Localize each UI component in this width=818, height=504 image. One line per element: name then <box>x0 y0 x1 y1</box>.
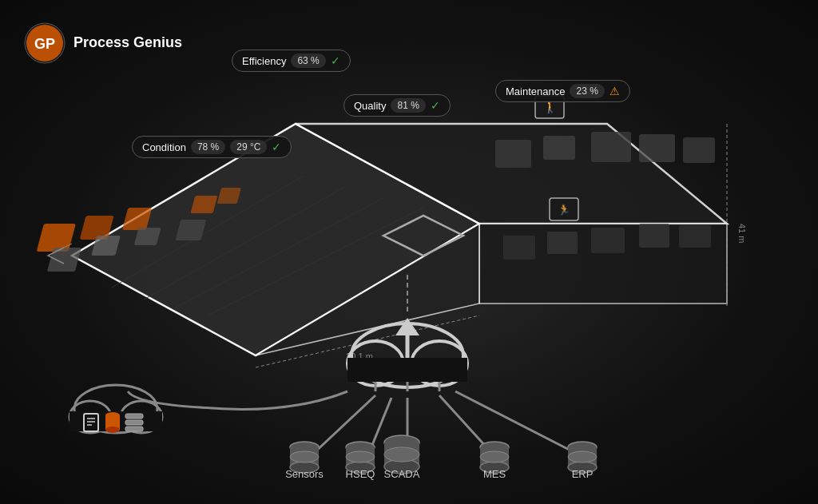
svg-rect-12 <box>37 224 76 252</box>
svg-rect-21 <box>495 140 531 168</box>
svg-line-8 <box>112 176 304 288</box>
svg-point-80 <box>384 459 419 474</box>
logo-area: GP Process Genius <box>24 22 182 64</box>
svg-rect-17 <box>134 228 161 245</box>
svg-marker-5 <box>296 124 727 224</box>
svg-line-10 <box>176 198 383 308</box>
svg-point-56 <box>69 401 111 433</box>
efficiency-label: Efficiency <box>242 55 286 67</box>
svg-text:41 m: 41 m <box>737 224 747 243</box>
svg-rect-14 <box>122 208 153 230</box>
svg-line-40 <box>48 244 72 256</box>
quality-badge: Quality 81 % ✓ <box>343 94 451 117</box>
svg-text:HSEQ: HSEQ <box>346 468 375 480</box>
svg-point-84 <box>480 462 509 473</box>
svg-point-85 <box>480 451 509 462</box>
svg-rect-26 <box>503 236 535 260</box>
svg-text:Sensors: Sensors <box>285 468 324 480</box>
svg-point-73 <box>290 451 319 462</box>
svg-rect-27 <box>547 232 578 254</box>
maintenance-status-icon: ⚠ <box>610 85 620 97</box>
svg-rect-64 <box>105 415 120 430</box>
quality-status-icon: ✓ <box>431 99 440 112</box>
app-name: Process Genius <box>73 34 182 52</box>
svg-rect-87 <box>568 447 597 467</box>
svg-point-55 <box>74 385 157 433</box>
svg-point-63 <box>105 412 120 419</box>
svg-rect-18 <box>175 220 206 240</box>
condition-temp: 29 °C <box>230 140 267 154</box>
svg-point-42 <box>347 341 403 386</box>
svg-text:🏃: 🏃 <box>558 203 571 216</box>
svg-point-65 <box>105 427 120 433</box>
condition-label: Condition <box>142 141 186 153</box>
svg-rect-34 <box>550 198 578 220</box>
svg-point-41 <box>351 323 463 387</box>
svg-line-54 <box>455 391 583 457</box>
svg-marker-7 <box>256 224 479 355</box>
svg-point-43 <box>411 341 467 386</box>
svg-rect-30 <box>679 225 711 248</box>
svg-point-89 <box>568 451 597 462</box>
svg-rect-79 <box>384 442 419 466</box>
svg-text:MES: MES <box>483 468 506 480</box>
svg-rect-25 <box>683 137 715 163</box>
svg-rect-16 <box>91 236 121 256</box>
svg-text:20.1 m: 20.1 m <box>346 351 373 361</box>
svg-text:🚶: 🚶 <box>543 101 558 114</box>
svg-rect-68 <box>125 420 143 425</box>
svg-point-81 <box>384 447 419 462</box>
svg-rect-28 <box>591 228 625 253</box>
quality-value: 81 % <box>391 98 425 113</box>
svg-rect-44 <box>347 358 467 382</box>
svg-point-78 <box>384 435 419 450</box>
svg-line-50 <box>312 395 375 455</box>
condition-status-icon: ✓ <box>272 141 281 153</box>
svg-line-36 <box>256 315 479 367</box>
svg-marker-6 <box>479 224 727 304</box>
svg-point-76 <box>346 462 375 473</box>
svg-rect-20 <box>217 188 241 204</box>
svg-rect-59 <box>84 414 98 431</box>
svg-point-77 <box>346 451 375 462</box>
svg-rect-83 <box>480 447 509 467</box>
svg-rect-69 <box>125 427 143 431</box>
svg-text:ERP: ERP <box>572 468 594 480</box>
condition-value: 78 % <box>191 140 225 154</box>
condition-badge: Condition 78 % 29 °C ✓ <box>132 136 292 158</box>
svg-rect-67 <box>125 414 143 419</box>
svg-point-57 <box>121 401 162 433</box>
svg-rect-23 <box>591 132 631 162</box>
svg-rect-22 <box>543 136 575 160</box>
svg-rect-24 <box>639 134 675 162</box>
svg-line-11 <box>208 208 423 315</box>
svg-rect-29 <box>639 224 669 248</box>
maintenance-label: Maintenance <box>506 85 565 97</box>
svg-rect-75 <box>346 447 375 467</box>
svg-rect-71 <box>290 447 319 467</box>
svg-rect-15 <box>47 248 81 272</box>
quality-label: Quality <box>354 100 386 112</box>
logo-icon: GP <box>24 22 66 64</box>
efficiency-value: 63 % <box>291 54 325 68</box>
svg-marker-4 <box>72 124 479 355</box>
efficiency-status-icon: ✓ <box>331 54 340 67</box>
svg-line-9 <box>144 188 343 300</box>
svg-marker-31 <box>383 216 463 256</box>
svg-point-72 <box>290 462 319 473</box>
svg-point-86 <box>568 442 597 453</box>
svg-rect-19 <box>190 196 217 213</box>
svg-point-70 <box>290 442 319 453</box>
svg-rect-13 <box>80 216 114 240</box>
svg-text:SCADA: SCADA <box>384 468 420 480</box>
maintenance-value: 23 % <box>570 84 604 98</box>
svg-rect-58 <box>69 411 162 431</box>
svg-text:GP: GP <box>34 36 55 52</box>
efficiency-badge: Efficiency 63 % ✓ <box>232 50 351 72</box>
main-canvas: 🚶 🏃 20.1 m 41 m <box>0 0 818 504</box>
svg-point-88 <box>568 462 597 473</box>
svg-point-74 <box>346 442 375 453</box>
svg-point-82 <box>480 442 509 453</box>
maintenance-badge: Maintenance 23 % ⚠ <box>495 80 630 102</box>
svg-line-51 <box>367 398 391 457</box>
